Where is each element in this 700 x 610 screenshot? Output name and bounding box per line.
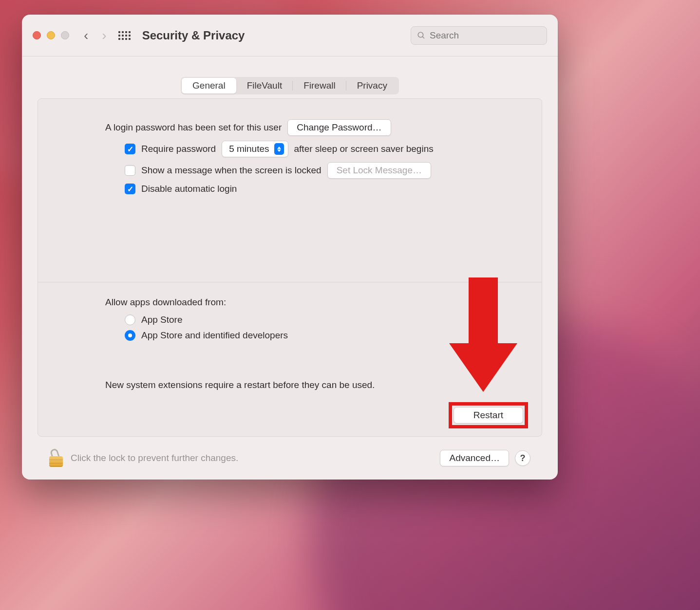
back-button[interactable]: ‹ (84, 29, 88, 42)
require-password-label: Require password (141, 144, 216, 154)
disable-auto-login-checkbox[interactable] (125, 184, 135, 194)
close-button[interactable] (33, 31, 41, 39)
lock-icon[interactable] (49, 449, 64, 467)
radio-app-store-identified[interactable] (125, 330, 135, 341)
help-button[interactable]: ? (515, 450, 530, 466)
settings-panel: A login password has been set for this u… (38, 98, 542, 437)
search-input[interactable] (430, 30, 541, 41)
annotation-arrow-icon (449, 277, 517, 394)
chevron-updown-icon (274, 143, 284, 155)
forward-button[interactable]: › (102, 29, 106, 42)
tab-privacy[interactable]: Privacy (346, 78, 398, 93)
footer: Click the lock to prevent further change… (38, 437, 542, 480)
search-icon (417, 31, 426, 40)
advanced-button[interactable]: Advanced… (440, 450, 509, 466)
after-sleep-label: after sleep or screen saver begins (294, 144, 434, 154)
svg-line-1 (422, 37, 424, 38)
password-delay-select[interactable]: 5 minutes (222, 141, 288, 157)
restart-button[interactable]: Restart (454, 407, 523, 424)
tab-general[interactable]: General (182, 78, 236, 93)
tab-bar: General FileVault Firewall Privacy (181, 77, 399, 94)
titlebar: ‹ › Security & Privacy (22, 15, 558, 56)
lock-text: Click the lock to prevent further change… (71, 453, 238, 463)
radio-app-store-label: App Store (141, 314, 183, 325)
password-set-label: A login password has been set for this u… (105, 122, 282, 133)
zoom-button[interactable] (61, 31, 69, 39)
system-preferences-window: ‹ › Security & Privacy General FileVault… (22, 15, 558, 480)
search-field[interactable] (411, 26, 547, 45)
show-all-icon[interactable] (118, 31, 131, 40)
radio-app-store[interactable] (125, 314, 135, 325)
set-lock-message-button[interactable]: Set Lock Message… (327, 162, 431, 179)
annotation-highlight: Restart (449, 402, 528, 428)
password-delay-value: 5 minutes (229, 144, 269, 154)
traffic-lights (33, 31, 69, 39)
change-password-button[interactable]: Change Password… (287, 119, 391, 136)
require-password-checkbox[interactable] (125, 144, 135, 154)
content-area: General FileVault Firewall Privacy A log… (22, 56, 558, 480)
tab-firewall[interactable]: Firewall (293, 78, 346, 93)
show-message-checkbox[interactable] (125, 165, 135, 176)
svg-point-0 (418, 32, 423, 37)
extensions-message: New system extensions require a restart … (105, 380, 375, 390)
disable-auto-login-label: Disable automatic login (141, 184, 237, 194)
window-title: Security & Privacy (142, 29, 245, 42)
tab-filevault[interactable]: FileVault (236, 78, 293, 93)
radio-app-store-identified-label: App Store and identified developers (141, 330, 288, 341)
minimize-button[interactable] (47, 31, 55, 39)
show-message-label: Show a message when the screen is locked (141, 165, 322, 176)
